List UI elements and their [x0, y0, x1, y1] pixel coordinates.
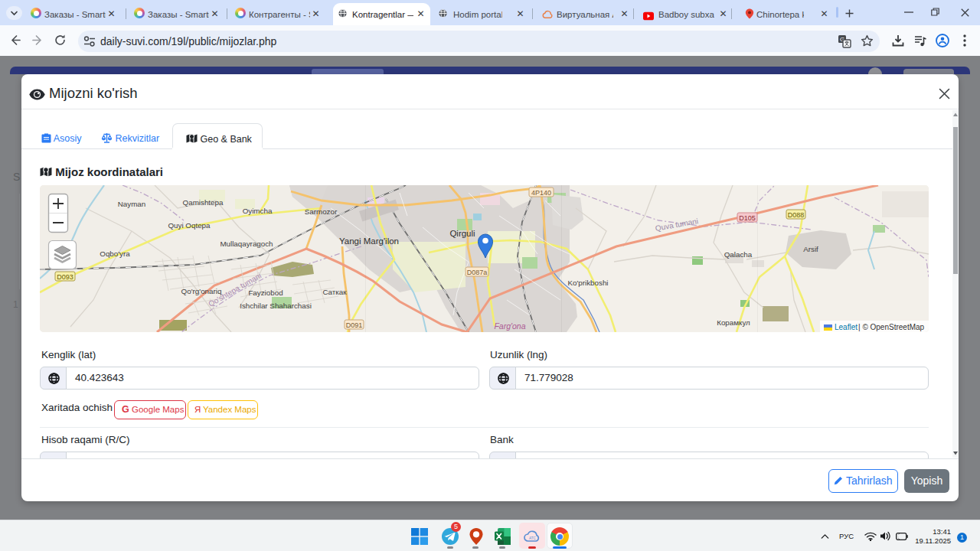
svg-text:Sarmozor: Sarmozor [305, 207, 338, 216]
svg-text:D087a: D087a [467, 269, 488, 276]
svg-text:Qo'rg'onariq: Qo'rg'onariq [181, 287, 222, 295]
svg-text:4P140: 4P140 [531, 189, 551, 197]
svg-text:Корамкул: Корамкул [717, 318, 750, 327]
svg-text:Yangi Marg'ilon: Yangi Marg'ilon [339, 236, 399, 246]
svg-text:D093: D093 [57, 273, 74, 281]
svg-text:Qalacha: Qalacha [724, 250, 753, 259]
svg-text:Quyi Oqtepa: Quyi Oqtepa [168, 221, 211, 230]
svg-text:Fayziobod: Fayziobod [248, 289, 283, 297]
svg-text:Qirguli: Qirguli [449, 229, 475, 238]
svg-text:Ko'prikboshi: Ko'prikboshi [567, 279, 608, 287]
svg-text:Mullaqayragoch: Mullaqayragoch [220, 240, 273, 248]
svg-text:Ishchilar Shaharchasi: Ishchilar Shaharchasi [240, 302, 312, 310]
svg-text:Саткак: Саткак [322, 288, 347, 296]
svg-text:Arsif: Arsif [803, 245, 818, 253]
svg-text:Oyimcha: Oyimcha [243, 207, 273, 215]
svg-text:Farg'ona: Farg'ona [494, 321, 525, 331]
svg-text:| © OpenStreetMap: | © OpenStreetMap [858, 323, 925, 331]
svg-text:D088: D088 [788, 211, 805, 219]
svg-text:Leaflet: Leaflet [835, 323, 858, 331]
svg-text:Qamishtepa: Qamishtepa [183, 198, 224, 207]
svg-text:Oqbo'yra: Oqbo'yra [100, 249, 130, 258]
svg-text:АТС: АТС [529, 536, 536, 540]
svg-text:Nayman: Nayman [118, 200, 145, 208]
svg-text:D091: D091 [346, 321, 363, 329]
svg-text:D105: D105 [739, 214, 756, 222]
